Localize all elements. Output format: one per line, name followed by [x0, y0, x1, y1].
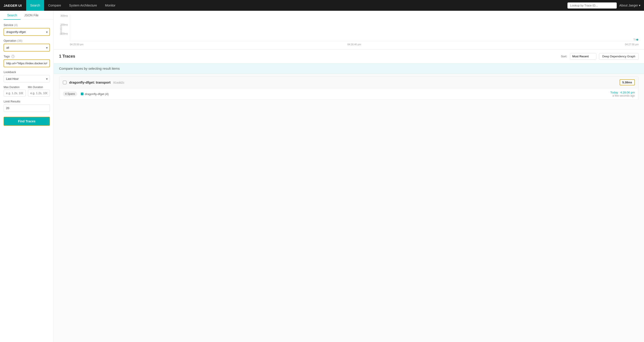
service-select-wrapper: dragonfly-dfget	[4, 28, 50, 36]
find-traces-button[interactable]: Find Traces	[4, 117, 50, 126]
service-group: Service (4) dragonfly-dfget	[4, 23, 50, 36]
service-label: Service (4)	[4, 23, 50, 27]
min-duration-group: Min Duration	[28, 86, 50, 97]
trace-time-info: Today 4:28:06 pm a few seconds ago	[610, 91, 635, 97]
service-tag: dragonfly-dfget (4)	[81, 92, 108, 96]
tab-json-file[interactable]: JSON File	[20, 11, 42, 20]
nav-item-monitor[interactable]: Monitor	[101, 0, 120, 11]
nav-right: About Jaeger ▾	[568, 3, 640, 9]
tab-bar: Search JSON File	[0, 11, 54, 20]
service-color-dot	[81, 93, 84, 95]
service-tag-label: dragonfly-dfget (4)	[85, 92, 108, 96]
chart-container: Duration 300ms 200ms 100ms 04:25:50 pm 0…	[59, 14, 639, 46]
limit-results-input[interactable]	[4, 104, 50, 112]
duration-row: Max Duration Min Duration	[4, 86, 50, 97]
chart-y-labels: 300ms 200ms 100ms	[59, 14, 69, 41]
spans-count-badge: 4 Spans	[63, 91, 77, 96]
sort-select[interactable]: Most RecentLongest FirstShortest FirstMo…	[570, 53, 596, 60]
trace-checkbox[interactable]	[63, 81, 66, 84]
nav-item-system-architecture[interactable]: System Architecture	[65, 0, 101, 11]
x-label-2: 04:26:40 pm	[347, 43, 361, 46]
tags-label: Tags ?	[4, 55, 50, 58]
chart-x-labels: 04:25:50 pm 04:26:40 pm 04:27:30 pm	[70, 43, 639, 46]
y-label-200: 200ms	[60, 23, 68, 26]
main-layout: Search JSON File Service (4) dragonfly-d…	[0, 11, 644, 342]
traces-controls: Sort: Most RecentLongest FirstShortest F…	[561, 53, 639, 60]
trace-date-time: Today 4:28:06 pm	[610, 91, 635, 94]
service-select[interactable]: dragonfly-dfget	[4, 28, 50, 36]
x-axis-title: Time	[633, 38, 639, 41]
max-duration-group: Max Duration	[4, 86, 26, 97]
trace-id: 91edd2c	[113, 81, 124, 84]
x-label-3: 04:27:30 pm	[625, 43, 639, 46]
operation-select-wrapper: all	[4, 44, 50, 52]
y-label-100: 100ms	[60, 32, 68, 35]
tags-group: Tags ?	[4, 55, 50, 67]
operation-select[interactable]: all	[4, 44, 50, 52]
trace-details-row: 4 Spans dragonfly-dfget (4) Today 4:28:0…	[59, 88, 638, 99]
nav-items: Search Compare System Architecture Monit…	[26, 0, 568, 11]
trace-header-row: dragonfly-dfget: transport 91edd2c 5.38m…	[59, 77, 638, 88]
lookback-group: Lookback Last HourLast 2 HoursLast 3 Hou…	[4, 70, 50, 82]
nav-item-compare[interactable]: Compare	[44, 0, 65, 11]
left-panel: Search JSON File Service (4) dragonfly-d…	[0, 11, 54, 342]
limit-results-group: Limit Results	[4, 100, 50, 112]
traces-header: 1 Traces Sort: Most RecentLongest FirstS…	[54, 50, 644, 63]
min-duration-input[interactable]	[28, 90, 50, 97]
lookback-label: Lookback	[4, 70, 50, 74]
trace-service-operation: dragonfly-dfget: transport 91edd2c	[69, 80, 617, 84]
max-duration-input[interactable]	[4, 90, 26, 97]
y-label-300: 300ms	[60, 14, 68, 17]
about-jaeger-menu[interactable]: About Jaeger ▾	[620, 4, 640, 7]
deep-dependency-graph-button[interactable]: Deep Dependency Graph	[599, 53, 639, 60]
trace-lookup-input[interactable]	[568, 3, 617, 9]
trace-duration-badge: 5.38ms	[620, 79, 635, 85]
tab-search[interactable]: Search	[4, 11, 20, 20]
nav-item-search[interactable]: Search	[26, 0, 44, 11]
x-label-1: 04:25:50 pm	[70, 43, 84, 46]
chart-area: Duration 300ms 200ms 100ms 04:25:50 pm 0…	[54, 11, 644, 50]
brand-logo: JAEGER UI	[4, 4, 22, 8]
operation-group: Operation (36) all	[4, 39, 50, 52]
operation-label: Operation (36)	[4, 39, 50, 42]
tags-input[interactable]	[4, 59, 50, 67]
limit-results-label: Limit Results	[4, 100, 50, 103]
trace-relative-time: a few seconds ago	[610, 94, 635, 97]
operation-count: (36)	[17, 39, 22, 42]
right-panel: Duration 300ms 200ms 100ms 04:25:50 pm 0…	[54, 11, 644, 342]
max-duration-label: Max Duration	[4, 86, 26, 89]
trace-time: 4:28:06 pm	[620, 91, 635, 94]
lookback-select-wrapper: Last HourLast 2 HoursLast 3 HoursLast 6 …	[4, 75, 50, 82]
chart-plot	[70, 14, 639, 41]
trace-date: Today	[610, 91, 618, 94]
search-form: Service (4) dragonfly-dfget Operation (3…	[0, 20, 54, 129]
trace-item[interactable]: dragonfly-dfget: transport 91edd2c 5.38m…	[59, 76, 639, 100]
compare-banner: Compare traces by selecting result items	[54, 63, 644, 74]
lookback-select[interactable]: Last HourLast 2 HoursLast 3 HoursLast 6 …	[4, 75, 50, 82]
min-duration-label: Min Duration	[28, 86, 50, 89]
top-nav: JAEGER UI Search Compare System Architec…	[0, 0, 644, 11]
tags-help-icon: ?	[12, 55, 14, 58]
traces-count: 1 Traces	[59, 54, 75, 59]
service-count: (4)	[14, 23, 18, 27]
sort-label: Sort:	[561, 55, 567, 58]
